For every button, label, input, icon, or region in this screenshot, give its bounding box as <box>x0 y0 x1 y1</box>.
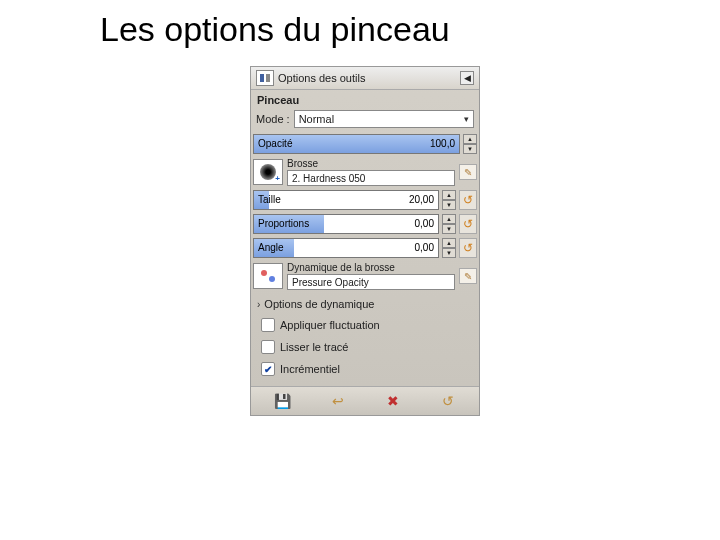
reset-all-icon[interactable]: ↺ <box>438 391 458 411</box>
ratio-value: 0,00 <box>415 218 434 229</box>
dynamics-icon <box>258 267 278 285</box>
smooth-checkbox[interactable] <box>261 340 275 354</box>
plus-icon: + <box>275 174 280 183</box>
jitter-label: Appliquer fluctuation <box>280 319 380 331</box>
angle-label: Angle <box>258 242 284 253</box>
ratio-slider[interactable]: Proportions 0,00 <box>253 214 439 234</box>
step-up-icon[interactable]: ▲ <box>442 214 456 224</box>
brush-section-label: Brosse <box>287 158 455 169</box>
tool-options-icon <box>256 70 274 86</box>
svg-rect-0 <box>260 74 264 82</box>
smooth-row[interactable]: Lisser le tracé <box>251 336 479 358</box>
slide-title: Les options du pinceau <box>100 10 450 49</box>
brush-name-field[interactable]: 2. Hardness 050 <box>287 170 455 186</box>
svg-point-2 <box>261 270 267 276</box>
incremental-label: Incrémentiel <box>280 363 340 375</box>
size-label: Taille <box>258 194 281 205</box>
step-up-icon[interactable]: ▲ <box>463 134 477 144</box>
mode-value: Normal <box>299 113 334 125</box>
tool-name: Pinceau <box>251 90 479 108</box>
save-icon[interactable]: 💾 <box>273 391 293 411</box>
mode-row: Mode : Normal ▾ <box>251 108 479 130</box>
dynamics-options-expander[interactable]: › Options de dynamique <box>251 294 479 314</box>
chevron-right-icon: › <box>257 299 260 310</box>
jitter-checkbox[interactable] <box>261 318 275 332</box>
jitter-row[interactable]: Appliquer fluctuation <box>251 314 479 336</box>
angle-row: Angle 0,00 ▲ ▼ ↺ <box>253 238 477 258</box>
dynamics-name-field[interactable]: Pressure Opacity <box>287 274 455 290</box>
size-stepper[interactable]: ▲ ▼ <box>442 190 456 210</box>
size-reset-icon[interactable]: ↺ <box>459 190 477 210</box>
opacity-stepper[interactable]: ▲ ▼ <box>463 134 477 154</box>
mode-label: Mode : <box>256 113 290 125</box>
incremental-checkbox[interactable]: ✔ <box>261 362 275 376</box>
tool-options-panel: Options des outils ◀ Pinceau Mode : Norm… <box>250 66 480 416</box>
dynamics-section-label: Dynamique de la brosse <box>287 262 455 273</box>
ratio-row: Proportions 0,00 ▲ ▼ ↺ <box>253 214 477 234</box>
brush-dot-icon <box>260 164 276 180</box>
opacity-label: Opacité <box>258 138 292 149</box>
svg-rect-1 <box>266 74 270 82</box>
delete-icon[interactable]: ✖ <box>383 391 403 411</box>
mode-dropdown[interactable]: Normal ▾ <box>294 110 474 128</box>
angle-slider[interactable]: Angle 0,00 <box>253 238 439 258</box>
brush-preview[interactable]: + <box>253 159 283 185</box>
svg-point-3 <box>269 276 275 282</box>
ratio-label: Proportions <box>258 218 309 229</box>
size-slider[interactable]: Taille 20,00 <box>253 190 439 210</box>
ratio-stepper[interactable]: ▲ ▼ <box>442 214 456 234</box>
dynamics-options-label: Options de dynamique <box>264 298 374 310</box>
step-down-icon[interactable]: ▼ <box>442 200 456 210</box>
dynamics-preview[interactable] <box>253 263 283 289</box>
incremental-row[interactable]: ✔ Incrémentiel <box>251 358 479 380</box>
chevron-down-icon: ▾ <box>464 114 469 124</box>
step-up-icon[interactable]: ▲ <box>442 190 456 200</box>
brush-row: + Brosse 2. Hardness 050 ✎ <box>253 158 477 186</box>
smooth-label: Lisser le tracé <box>280 341 348 353</box>
revert-icon[interactable]: ↩ <box>328 391 348 411</box>
panel-header-title: Options des outils <box>278 72 456 84</box>
opacity-slider[interactable]: Opacité 100,0 <box>253 134 460 154</box>
dynamics-edit-icon[interactable]: ✎ <box>459 268 477 284</box>
step-down-icon[interactable]: ▼ <box>463 144 477 154</box>
opacity-value: 100,0 <box>430 138 455 149</box>
panel-footer: 💾 ↩ ✖ ↺ <box>251 386 479 415</box>
size-row: Taille 20,00 ▲ ▼ ↺ <box>253 190 477 210</box>
step-up-icon[interactable]: ▲ <box>442 238 456 248</box>
size-value: 20,00 <box>409 194 434 205</box>
opacity-row: Opacité 100,0 ▲ ▼ <box>253 134 477 154</box>
panel-header: Options des outils ◀ <box>251 67 479 90</box>
ratio-reset-icon[interactable]: ↺ <box>459 214 477 234</box>
dynamics-row: Dynamique de la brosse Pressure Opacity … <box>253 262 477 290</box>
step-down-icon[interactable]: ▼ <box>442 224 456 234</box>
angle-reset-icon[interactable]: ↺ <box>459 238 477 258</box>
collapse-icon[interactable]: ◀ <box>460 71 474 85</box>
step-down-icon[interactable]: ▼ <box>442 248 456 258</box>
angle-value: 0,00 <box>415 242 434 253</box>
brush-edit-icon[interactable]: ✎ <box>459 164 477 180</box>
angle-stepper[interactable]: ▲ ▼ <box>442 238 456 258</box>
